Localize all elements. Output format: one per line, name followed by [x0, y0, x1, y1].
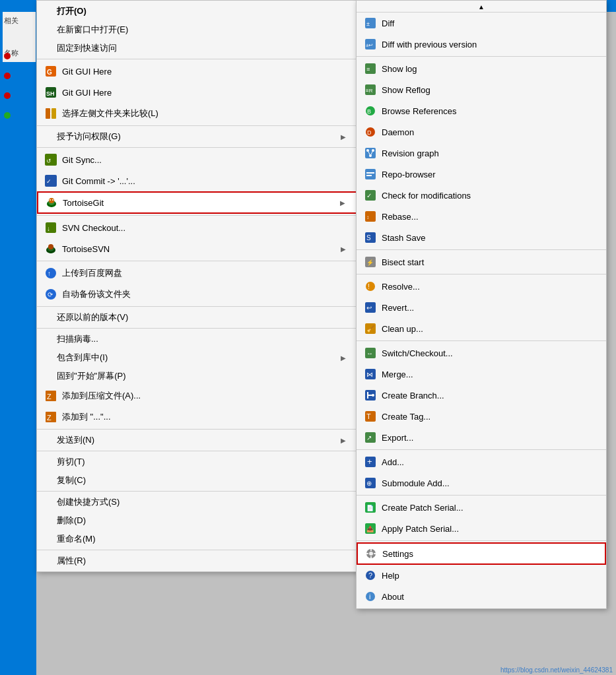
git-bash-label: Git GUI Here [62, 88, 346, 98]
add-compress-2-label: 添加到 "..."... [62, 411, 346, 423]
menu-item-pin-start[interactable]: 固到"开始"屏幕(P) [37, 367, 359, 385]
menu-item-stash-save[interactable]: S Stash Save [357, 227, 606, 248]
menu-item-svn-checkout[interactable]: ↓ SVN Checkout... [37, 217, 359, 238]
tortoise-git-arrow: ▶ [340, 199, 345, 207]
svg-text:📄: 📄 [366, 504, 374, 512]
menu-item-git-sync[interactable]: ↺ Git Sync... [37, 149, 359, 170]
menu-item-baidu-1[interactable]: ↑ 上传到百度网盘 [37, 263, 359, 284]
menu-item-git-commit[interactable]: ✓ Git Commit -> '...'... [37, 170, 359, 191]
menu-item-repo-browser[interactable]: Repo-browser [357, 164, 606, 185]
menu-item-switch-checkout[interactable]: ↔ Switch/Checkout... [357, 342, 606, 364]
clean-up-label: Clean up... [382, 324, 593, 334]
menu-item-daemon[interactable]: D Daemon [357, 121, 606, 143]
menu-item-add-compress-1[interactable]: Z 添加到压缩文件(A)... [37, 385, 359, 406]
rename-label: 重命名(M) [57, 533, 346, 545]
menu-item-resolve[interactable]: ! Resolve... [357, 276, 606, 297]
menu-item-browse-references[interactable]: B Browse References [357, 100, 606, 121]
svg-text:✓: ✓ [366, 192, 372, 199]
separator-8 [37, 429, 359, 430]
menu-item-check-mod[interactable]: ✓ Check for modifications [357, 185, 606, 206]
menu-item-copy[interactable]: 复制(C) [37, 471, 359, 490]
add-icon: + [363, 455, 378, 469]
svg-point-14 [50, 199, 51, 201]
pin-start-label: 固到"开始"屏幕(P) [57, 370, 346, 382]
copy-label: 复制(C) [57, 474, 346, 486]
menu-item-compare-left[interactable]: 选择左侧文件夹来比较(L) [37, 103, 359, 124]
menu-item-apply-patch[interactable]: 📥 Apply Patch Serial... [357, 518, 606, 539]
menu-item-bisect-start[interactable]: ⚡ Bisect start [357, 251, 606, 273]
menu-item-cut[interactable]: 剪切(T) [37, 453, 359, 471]
menu-item-open-new-window[interactable]: 在新窗口中打开(E) [37, 20, 359, 39]
menu-item-tortoise-svn[interactable]: TortoiseSVN ▶ [37, 238, 359, 259]
menu-item-about[interactable]: i About [357, 586, 606, 607]
compare-left-icon [44, 106, 58, 121]
show-log-label: Show log [382, 64, 593, 74]
menu-item-diff[interactable]: ± Diff [357, 13, 606, 34]
menu-item-add[interactable]: + Add... [357, 451, 606, 472]
svg-text:Z: Z [47, 393, 51, 401]
menu-item-pin-quick[interactable]: 固定到快速访问 [37, 39, 359, 57]
baidu-1-label: 上传到百度网盘 [62, 267, 346, 279]
menu-item-merge[interactable]: ⋈ Merge... [357, 364, 606, 385]
rm-separator-3 [357, 274, 606, 274]
separator-5 [37, 261, 359, 261]
menu-item-diff-prev[interactable]: ±↩ Diff with previous version [357, 34, 606, 55]
menu-item-rebase[interactable]: ↕ Rebase... [357, 206, 606, 227]
menu-item-scan-virus[interactable]: 扫描病毒... [37, 330, 359, 348]
menu-item-show-reflog[interactable]: ≡R Show Reflog [357, 79, 606, 100]
send-to-label: 发送到(N) [57, 434, 341, 446]
include-library-arrow: ▶ [341, 354, 346, 362]
pin-quick-label: 固定到快速访问 [57, 42, 346, 54]
add-label: Add... [382, 457, 593, 467]
svg-rect-5 [51, 108, 56, 119]
menu-item-revision-graph[interactable]: Revision graph [357, 143, 606, 164]
git-gui-label: Git GUI Here [62, 67, 346, 77]
menu-item-grant-access[interactable]: 授予访问权限(G) ▶ [37, 127, 359, 146]
show-reflog-label: Show Reflog [382, 85, 593, 95]
settings-label: Settings [382, 549, 592, 559]
svg-text:G: G [47, 69, 52, 76]
menu-item-show-log[interactable]: ≡ Show log [357, 58, 606, 79]
svg-text:D: D [367, 129, 372, 136]
about-label: About [382, 592, 593, 602]
menu-item-export[interactable]: ↗ Export... [357, 427, 606, 448]
menu-item-open-header[interactable]: 打开(O) [37, 2, 359, 20]
revision-graph-label: Revision graph [382, 148, 593, 158]
menu-item-settings[interactable]: Settings [357, 542, 606, 565]
resolve-label: Resolve... [382, 282, 593, 292]
menu-item-clean-up[interactable]: 🧹 Clean up... [357, 318, 606, 339]
sidebar-panel: 相关 名称 [3, 12, 36, 62]
menu-item-create-shortcut[interactable]: 创建快捷方式(S) [37, 493, 359, 511]
menu-item-tortoise-git[interactable]: TortoiseGit ▶ [37, 191, 359, 214]
tortoise-svn-label: TortoiseSVN [62, 244, 341, 254]
menu-item-include-library[interactable]: 包含到库中(I) ▶ [37, 348, 359, 367]
tortoise-svn-icon [44, 241, 58, 256]
menu-item-revert[interactable]: ↩ Revert... [357, 297, 606, 318]
menu-item-create-tag[interactable]: T Create Tag... [357, 406, 606, 427]
menu-item-rename[interactable]: 重命名(M) [37, 530, 359, 548]
menu-item-restore[interactable]: 还原以前的版本(V) [37, 308, 359, 327]
svg-text:📥: 📥 [366, 525, 374, 533]
menu-item-delete[interactable]: 删除(D) [37, 511, 359, 530]
submodule-add-label: Submodule Add... [382, 478, 593, 488]
menu-item-help[interactable]: ? Help [357, 565, 606, 586]
menu-item-create-branch[interactable]: Create Branch... [357, 385, 606, 406]
menu-item-create-patch[interactable]: 📄 Create Patch Serial... [357, 497, 606, 518]
repo-browser-icon [363, 167, 378, 181]
diff-prev-icon: ±↩ [363, 37, 378, 51]
svg-text:Z: Z [47, 414, 51, 422]
menu-item-send-to[interactable]: 发送到(N) ▶ [37, 431, 359, 449]
menu-item-git-gui[interactable]: G Git GUI Here [37, 61, 359, 82]
menu-item-properties[interactable]: 属性(R) [37, 552, 359, 570]
menu-item-baidu-2[interactable]: ⟳ 自动备份该文件夹 [37, 284, 359, 305]
cut-label: 剪切(T) [57, 456, 346, 468]
separator-7 [37, 328, 359, 329]
rm-separator-7 [357, 540, 606, 541]
menu-item-add-compress-2[interactable]: Z 添加到 "..."... [37, 406, 359, 428]
svg-text:↓: ↓ [47, 225, 50, 232]
menu-item-submodule-add[interactable]: ⊕ Submodule Add... [357, 472, 606, 494]
svg-rect-47 [365, 169, 376, 179]
bisect-start-label: Bisect start [382, 257, 593, 267]
scroll-up-arrow[interactable]: ▲ [357, 2, 606, 13]
menu-item-git-bash[interactable]: SH Git GUI Here [37, 82, 359, 103]
